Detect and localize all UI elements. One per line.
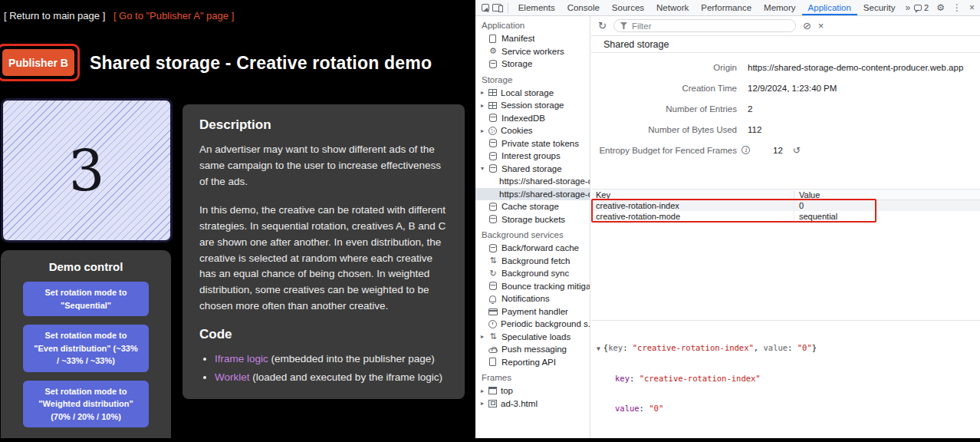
- sidebar-item-reporting-api[interactable]: Reporting API: [475, 356, 590, 369]
- item-label: Local storage: [501, 88, 554, 97]
- sidebar-item-cache-storage[interactable]: Cache storage: [475, 200, 590, 213]
- meta-label: Creation Time: [591, 84, 737, 93]
- set-sequential-button[interactable]: Set rotation mode to "Sequential": [23, 282, 149, 316]
- sidebar-item-frame-ad3[interactable]: ▸ ad-3.html: [475, 397, 590, 411]
- cell-value: 0: [794, 201, 804, 210]
- sidebar-item-payment-handler[interactable]: Payment handler: [475, 305, 590, 318]
- worklet-link[interactable]: Worklet: [215, 371, 250, 383]
- iframe-logic-link[interactable]: Iframe logic: [215, 353, 268, 364]
- demo-control-title: Demo control: [1, 260, 171, 273]
- close-devtools-icon[interactable]: ×: [969, 3, 975, 12]
- sidebar-item-storage[interactable]: Storage: [475, 58, 590, 71]
- sidebar-item-background-fetch[interactable]: ⇅ Background fetch: [475, 255, 590, 268]
- column-header-value[interactable]: Value: [794, 190, 820, 200]
- tab-sources[interactable]: Sources: [606, 0, 650, 15]
- section-background-services[interactable]: Background services: [475, 226, 590, 242]
- section-application[interactable]: Application: [475, 16, 590, 32]
- sidebar-item-frame-top[interactable]: ▸ top: [475, 384, 590, 397]
- tab-performance[interactable]: Performance: [695, 0, 758, 15]
- item-label: Background fetch: [502, 256, 571, 266]
- disclosure-triangle-icon[interactable]: ▼: [597, 344, 600, 354]
- item-label: Notifications: [502, 294, 550, 303]
- inspect-element-icon[interactable]: [481, 0, 490, 15]
- sidebar-item-periodic-background-sync[interactable]: Periodic background s...: [475, 318, 590, 331]
- sidebar-item-notifications[interactable]: Notifications: [475, 292, 590, 305]
- meta-value: 112: [737, 125, 761, 134]
- set-even-distribution-button[interactable]: Set rotation mode to "Even distribution"…: [23, 325, 149, 372]
- info-icon[interactable]: i: [742, 146, 750, 154]
- sidebar-item-background-sync[interactable]: ↻ Background sync: [475, 267, 590, 280]
- preview-token: :: [630, 374, 640, 383]
- storage-view-title: Shared storage: [591, 36, 980, 53]
- sidebar-item-private-state-tokens[interactable]: Private state tokens: [475, 137, 590, 150]
- item-label: Bounce tracking mitiga...: [502, 282, 590, 291]
- table-row-creative-rotation-index[interactable]: creative-rotation-index 0: [591, 200, 980, 211]
- item-label: Storage: [502, 59, 532, 68]
- reset-budget-icon[interactable]: ↺: [793, 145, 801, 156]
- tab-network[interactable]: Network: [650, 0, 695, 15]
- service-worker-gear-icon: ⚙: [488, 47, 498, 55]
- sidebar-item-speculative-loads[interactable]: ▸ ⇅ Speculative loads: [475, 331, 590, 344]
- sidebar-item-shared-storage[interactable]: ▾ Shared storage: [475, 163, 590, 176]
- filter-input[interactable]: [632, 21, 789, 31]
- preview-token: :: [640, 404, 649, 413]
- sidebar-item-service-workers[interactable]: ⚙ Service workers: [475, 45, 590, 58]
- console-messages-badge[interactable]: 2: [914, 3, 929, 12]
- storage-metadata: Origin https://shared-storage-demo-conte…: [591, 53, 980, 160]
- sidebar-item-indexeddb[interactable]: IndexedDB: [475, 112, 590, 125]
- tab-memory[interactable]: Memory: [758, 0, 802, 15]
- section-storage[interactable]: Storage: [475, 71, 590, 87]
- database-icon: [489, 244, 497, 252]
- clear-all-icon[interactable]: ⊘: [803, 21, 811, 31]
- sidebar-item-interest-groups[interactable]: Interest groups: [475, 150, 590, 163]
- metadata-row-creation-time: Creation Time 12/9/2024, 1:23:40 PM: [591, 78, 980, 98]
- cloud-icon: [488, 348, 498, 353]
- sidebar-item-local-storage[interactable]: ▸ Local storage: [475, 87, 590, 100]
- cookie-icon: [488, 127, 497, 135]
- tab-console[interactable]: Console: [561, 0, 606, 15]
- sidebar-item-push-messaging[interactable]: Push messaging: [475, 343, 590, 356]
- creative-number: 3: [67, 137, 106, 204]
- set-weighted-distribution-button[interactable]: Set rotation mode to "Weighted distribut…: [23, 381, 149, 428]
- tab-application[interactable]: Application: [802, 0, 857, 15]
- meta-value: 12/9/2024, 1:23:40 PM: [737, 84, 837, 93]
- sidebar-item-cookies[interactable]: ▸ Cookies: [475, 124, 590, 137]
- preview-token: :: [788, 343, 797, 352]
- settings-gear-icon[interactable]: ⚙: [936, 3, 945, 12]
- more-tabs-icon[interactable]: »: [901, 0, 914, 15]
- sidebar-item-manifest[interactable]: Manifest: [475, 32, 590, 45]
- table-row-creative-rotation-mode[interactable]: creative-rotation-mode sequential: [591, 211, 980, 222]
- toggle-device-toolbar-icon[interactable]: [492, 0, 502, 15]
- sidebar-item-back-forward-cache[interactable]: Back/forward cache: [475, 242, 590, 255]
- column-header-key[interactable]: Key: [591, 190, 794, 200]
- sidebar-item-session-storage[interactable]: ▸ Session storage: [475, 99, 590, 112]
- section-frames[interactable]: Frames: [475, 368, 590, 384]
- refresh-icon[interactable]: ↻: [598, 21, 607, 31]
- go-to-publisher-a-link[interactable]: [ Go to "Publisher A" page ]: [113, 10, 234, 21]
- demo-control-panel: Demo control Set rotation mode to "Seque…: [1, 250, 171, 442]
- tab-elements[interactable]: Elements: [512, 0, 561, 15]
- sidebar-item-shared-storage-origin-2[interactable]: https://shared-storage-d...: [475, 188, 590, 201]
- database-icon: [489, 282, 497, 290]
- filter-box[interactable]: [613, 19, 796, 32]
- preview-string: "0": [797, 343, 812, 352]
- entropy-value: 12 ↺: [750, 145, 801, 156]
- sidebar-item-shared-storage-origin-1[interactable]: https://shared-storage-d...: [475, 175, 590, 188]
- clock-icon: [488, 320, 497, 328]
- item-label: Session storage: [501, 101, 564, 110]
- sidebar-item-bounce-tracking[interactable]: Bounce tracking mitiga...: [475, 280, 590, 293]
- preview-summary: ▼{key: "creative-rotation-index", value:…: [597, 343, 975, 354]
- tab-security[interactable]: Security: [857, 0, 902, 15]
- publisher-b-button[interactable]: Publisher B: [2, 49, 74, 76]
- chevron-right-icon: ▸: [481, 102, 488, 109]
- item-label: Back/forward cache: [502, 243, 579, 252]
- return-to-main-link[interactable]: [ Return to main page ]: [4, 10, 105, 21]
- sidebar-item-storage-buckets[interactable]: Storage buckets: [475, 213, 590, 226]
- kebab-menu-icon[interactable]: ⋮: [952, 3, 962, 12]
- meta-value: 12: [773, 146, 783, 155]
- metadata-row-origin: Origin https://shared-storage-demo-conte…: [591, 57, 980, 78]
- cell-key: creative-rotation-index: [591, 200, 794, 211]
- chevron-right-icon: ▸: [481, 388, 488, 394]
- close-icon[interactable]: ×: [818, 21, 824, 31]
- property-name: key: [615, 374, 630, 383]
